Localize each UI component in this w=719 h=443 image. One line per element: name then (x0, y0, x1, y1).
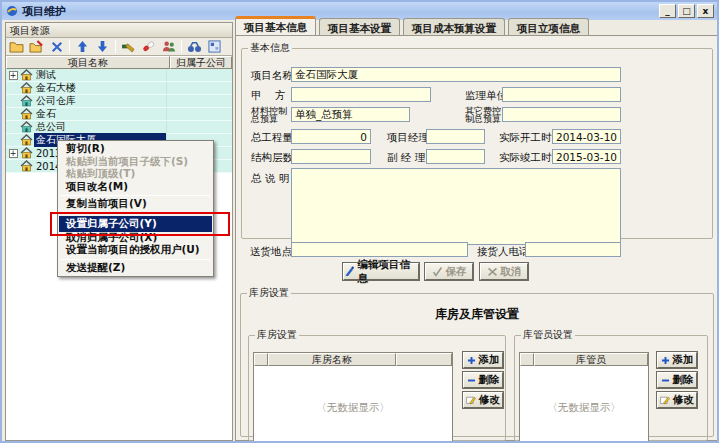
window-title: 项目维护 (22, 4, 66, 19)
warehouse-home-icon (20, 121, 34, 133)
save-check-icon (432, 266, 443, 277)
tree-toolbar (6, 38, 232, 56)
open-folder-icon[interactable] (8, 39, 25, 54)
detail-panel: 项目基本信息 项目基本设置 项目成本预算设置 项目立项信息 基本信息 项目名称*… (235, 10, 718, 441)
menu-item-cut[interactable]: 剪切(R) (59, 143, 212, 156)
plus-icon (661, 356, 670, 365)
menu-item-rename-project[interactable]: 项目改名(M) (59, 181, 212, 194)
panel-grid-icon[interactable] (206, 39, 223, 54)
menu-item-label: 设置归属子公司(Y) (66, 217, 157, 231)
tree-item-label: 金石 (34, 107, 166, 121)
flashlight-icon[interactable] (120, 39, 137, 54)
home-icon (20, 69, 34, 81)
cancel-button-label: 取消 (501, 265, 522, 279)
phone-field[interactable] (525, 242, 621, 257)
quantity-field[interactable] (291, 129, 371, 144)
end-time-field[interactable] (552, 149, 621, 164)
plus-icon (467, 356, 476, 365)
delivery-label: 送货地点 (250, 245, 292, 259)
deputy-label: 副 经 理 (387, 151, 425, 165)
no-data-placeholder: 〈无数据显示〉 (254, 401, 452, 415)
save-button-label: 保存 (446, 265, 467, 279)
users-icon[interactable] (160, 39, 177, 54)
start-time-field[interactable] (552, 129, 621, 144)
party-a-field[interactable] (291, 87, 431, 102)
expand-plus-icon[interactable]: + (9, 149, 18, 158)
keeper-column-header[interactable]: 库管员 (534, 353, 648, 366)
keeper-group: 库管员设置 库管员 〈无数据显示〉 添加 删除 (514, 328, 708, 441)
project-name-field[interactable] (291, 67, 621, 82)
move-up-icon[interactable] (74, 39, 91, 54)
pen-capsule-icon[interactable] (140, 39, 157, 54)
material-budget-label: 材料控制总预算 (251, 107, 287, 123)
minus-icon (467, 376, 476, 385)
folder-edit-icon[interactable] (28, 39, 45, 54)
expand-plus-icon[interactable]: + (9, 71, 18, 80)
tab-cost-budget-settings[interactable]: 项目成本预算设置 (403, 18, 505, 36)
warehouse-remove-button[interactable]: 删除 (463, 372, 503, 388)
move-down-icon[interactable] (94, 39, 111, 54)
warehouse-grid[interactable]: 库房名称 〈无数据显示〉 (253, 352, 453, 443)
tab-project-initiation-info[interactable]: 项目立项信息 (508, 18, 589, 36)
material-budget-field[interactable] (291, 107, 410, 122)
subsidiary-cell (166, 95, 228, 107)
warehouse-group-legend: 库房设置 (255, 328, 299, 342)
home-icon (20, 108, 34, 120)
tab-project-basic-info[interactable]: 项目基本信息 (235, 16, 316, 36)
menu-item-copy-project[interactable]: 复制当前项目(V) (59, 198, 212, 211)
tab-project-basic-settings[interactable]: 项目基本设置 (319, 18, 400, 36)
add-button-label: 添加 (479, 353, 500, 367)
subsidiary-cell (166, 82, 228, 94)
subsidiary-cell (166, 121, 228, 133)
menu-item-set-authorized-users[interactable]: 设置当前项目的授权用户(U) (59, 244, 212, 257)
cancel-button: 取消 (480, 263, 528, 280)
edit-project-button[interactable]: 编辑项目信息 (343, 263, 419, 280)
other-budget-field[interactable] (502, 107, 621, 122)
tab-strip: 项目基本信息 项目基本设置 项目成本预算设置 项目立项信息 (235, 18, 589, 36)
menu-item-cancel-subsidiary[interactable]: 取消归属子公司(X) (59, 232, 212, 245)
description-textarea[interactable] (291, 168, 621, 245)
binoculars-search-icon[interactable] (186, 39, 203, 54)
modify-pencil-icon (466, 395, 476, 405)
app-icon (6, 5, 18, 17)
add-button-label: 添加 (673, 353, 694, 367)
warehouse-group: 库房设置 库房名称 〈无数据显示〉 添加 (248, 328, 506, 441)
keeper-remove-button[interactable]: 删除 (657, 372, 697, 388)
subsidiary-cell (166, 108, 228, 120)
home-icon (20, 134, 34, 146)
context-menu: 剪切(R) 粘贴到当前项目子级下(S) 粘贴到顶级(T) 项目改名(M) 复制当… (57, 140, 214, 277)
delete-x-icon[interactable] (48, 39, 65, 54)
deputy-field[interactable] (426, 149, 485, 164)
keeper-modify-button[interactable]: 修改 (657, 392, 697, 408)
manager-field[interactable] (426, 129, 485, 144)
supervisor-field[interactable] (502, 87, 621, 102)
subsidiary-cell (166, 69, 228, 81)
home-icon (20, 160, 34, 172)
other-budget-label: 其它费控制总预算 (465, 107, 501, 123)
modify-button-label: 修改 (479, 393, 500, 407)
phone-label: 接货人电话 (477, 245, 530, 259)
menu-item-paste-to-top: 粘贴到顶级(T) (59, 168, 212, 181)
column-header-subsidiary[interactable]: 归属子公司 (170, 56, 232, 69)
basic-info-legend: 基本信息 (248, 41, 292, 55)
supervisor-label: 监理单位 (465, 89, 507, 103)
left-panel-header: 项目资源 (6, 23, 232, 38)
app-window: 项目维护 _ □ x 项目资源 (0, 0, 719, 443)
description-label: 总 说 明 (251, 172, 289, 186)
delivery-field[interactable] (291, 242, 468, 257)
menu-separator (61, 259, 210, 260)
toolbar-separator (115, 40, 116, 53)
warehouse-outer-group: 库房设置 库房及库管设置 库房设置 库房名称 〈无数据显示〉 (240, 286, 714, 437)
floors-field[interactable] (291, 149, 371, 164)
menu-item-send-reminder[interactable]: 发送提醒(Z) (59, 262, 212, 275)
keeper-add-button[interactable]: 添加 (657, 352, 697, 368)
warehouse-name-column-header[interactable]: 库房名称 (268, 353, 396, 366)
keeper-grid[interactable]: 库管员 〈无数据显示〉 (519, 352, 649, 443)
manager-label: 项目经理 (387, 131, 429, 145)
warehouse-add-button[interactable]: 添加 (463, 352, 503, 368)
no-data-placeholder: 〈无数据显示〉 (520, 401, 648, 415)
menu-item-set-subsidiary[interactable]: 设置归属子公司(Y) (59, 216, 212, 232)
save-button: 保存 (425, 263, 473, 280)
edit-pen-icon (344, 266, 355, 277)
warehouse-modify-button[interactable]: 修改 (463, 392, 503, 408)
